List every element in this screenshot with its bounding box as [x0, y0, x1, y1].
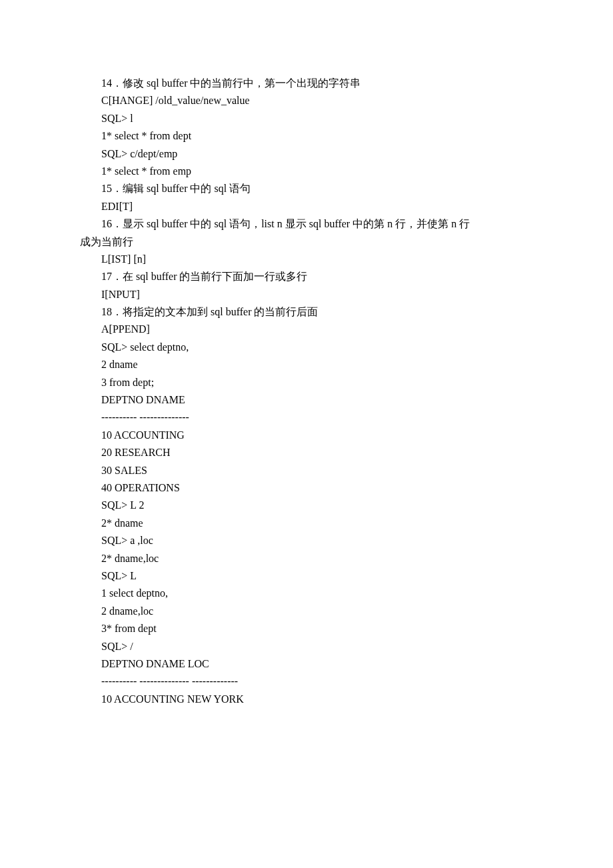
text-line: I[NPUT] — [80, 286, 533, 303]
text-line: C[HANGE] /old_value/new_value — [80, 92, 533, 109]
text-line: 18．将指定的文本加到 sql buffer 的当前行后面 — [80, 303, 533, 321]
text-line: ---------- -------------- ------------- — [80, 673, 533, 690]
text-line: L[IST] [n] — [80, 251, 533, 268]
text-line: SQL> L 2 — [80, 497, 533, 514]
text-line: 15．编辑 sql buffer 中的 sql 语句 — [80, 180, 533, 197]
text-line: 30 SALES — [80, 462, 533, 479]
text-line: 3 from dept; — [80, 374, 533, 391]
text-line: DEPTNO DNAME LOC — [80, 655, 533, 673]
text-line: DEPTNO DNAME — [80, 391, 533, 409]
text-line: 成为当前行 — [80, 233, 533, 251]
text-line: 40 OPERATIONS — [80, 479, 533, 497]
text-line: A[PPEND] — [80, 321, 533, 338]
text-line: 2 dname,loc — [80, 603, 533, 620]
text-line: 10 ACCOUNTING — [80, 427, 533, 444]
text-line: SQL> L — [80, 567, 533, 585]
text-line: 17．在 sql buffer 的当前行下面加一行或多行 — [80, 268, 533, 285]
text-line: 2 dname — [80, 356, 533, 373]
text-line: 1* select * from emp — [80, 163, 533, 180]
text-line: SQL> / — [80, 638, 533, 655]
text-line: 1 select deptno, — [80, 585, 533, 602]
document-page: 14．修改 sql buffer 中的当前行中，第一个出现的字符串C[HANGE… — [0, 0, 613, 868]
text-line: SQL> l — [80, 110, 533, 127]
text-line: ---------- -------------- — [80, 409, 533, 426]
text-line: SQL> c/dept/emp — [80, 145, 533, 163]
text-line: 16．显示 sql buffer 中的 sql 语句，list n 显示 sql… — [80, 215, 533, 233]
text-line: 2* dname,loc — [80, 550, 533, 567]
text-line: EDI[T] — [80, 198, 533, 215]
text-line: 1* select * from dept — [80, 127, 533, 145]
text-line: 2* dname — [80, 515, 533, 532]
text-line: 3* from dept — [80, 620, 533, 637]
text-line: 20 RESEARCH — [80, 444, 533, 461]
text-line: 14．修改 sql buffer 中的当前行中，第一个出现的字符串 — [80, 75, 533, 92]
text-line: SQL> select deptno, — [80, 339, 533, 356]
text-line: 10 ACCOUNTING NEW YORK — [80, 691, 533, 708]
text-line: SQL> a ,loc — [80, 532, 533, 549]
